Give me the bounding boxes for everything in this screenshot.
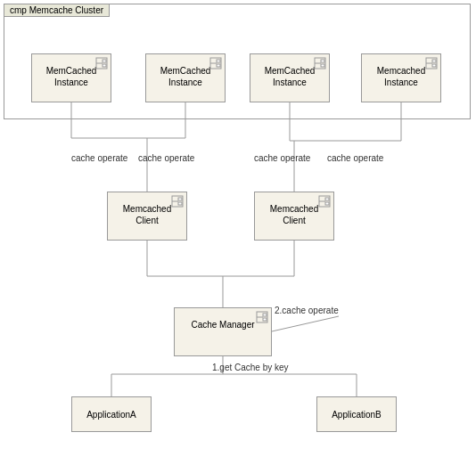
cache-manager-box: Cache Manager [174,307,272,356]
svg-rect-47 [263,318,267,321]
cache-operate-label-1: cache operate [71,153,127,163]
svg-rect-22 [103,60,106,62]
memcached-instance-1: MemCached Instance [31,53,111,102]
memcached-instance-3: MemCachedInstance [250,53,330,102]
memcached-instance-2: MemCachedInstance [145,53,226,102]
svg-rect-31 [321,64,324,67]
box-label-cm: Cache Manager [180,319,266,331]
svg-rect-30 [321,60,324,62]
memcached-client-1: MemcachedClient [107,192,187,241]
svg-rect-39 [178,202,182,205]
cache-operate-2-label: 2.cache operate [275,306,339,315]
component-icon-3 [314,57,326,69]
svg-rect-38 [178,198,182,200]
svg-rect-42 [325,198,329,200]
svg-rect-26 [217,60,220,62]
memcached-client-2: MemcachedClient [254,192,334,241]
svg-rect-46 [263,314,267,316]
component-icon-4 [425,57,438,69]
component-icon-6 [318,195,331,208]
cache-operate-label-4: cache operate [327,153,383,163]
application-a-box: ApplicationA [71,396,152,432]
cache-operate-label-3: cache operate [254,153,310,163]
application-b-box: ApplicationB [316,396,397,432]
svg-rect-27 [217,64,220,67]
svg-rect-43 [325,202,329,205]
svg-rect-35 [432,64,436,67]
cluster-label: cmp Memcache Cluster [4,4,110,17]
component-icon-5 [171,195,184,208]
box-label-appb: ApplicationB [332,409,382,420]
svg-rect-34 [432,60,436,62]
box-label-appa: ApplicationA [86,409,136,420]
component-icon-1 [95,57,108,69]
diagram-container: cmp Memcache Cluster [0,0,476,457]
cache-operate-label-2: cache operate [138,153,194,163]
svg-line-20 [272,316,339,331]
get-cache-label: 1.get Cache by key [212,363,289,372]
component-icon-7 [256,311,268,323]
memcached-instance-4: MemcachedInstance [361,53,441,102]
svg-rect-23 [103,64,106,67]
component-icon-2 [209,57,222,69]
